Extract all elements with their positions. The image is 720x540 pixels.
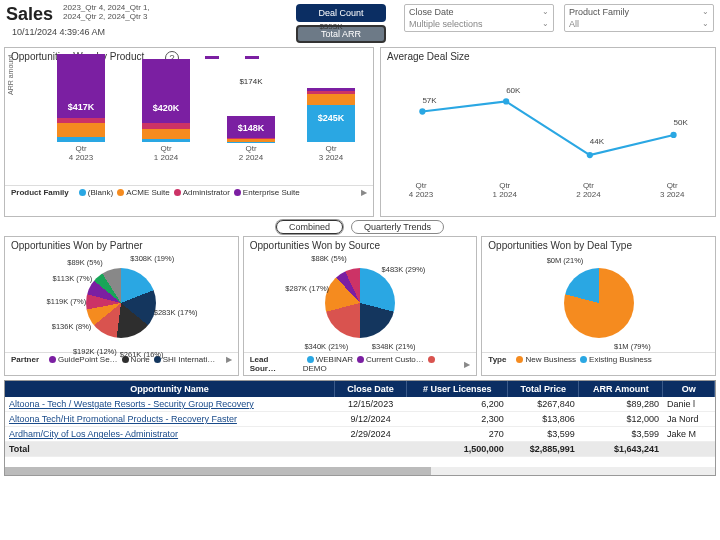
col-close-date[interactable]: Close Date bbox=[334, 381, 406, 397]
chevron-down-icon: ⌄ bbox=[542, 7, 549, 17]
close-date-filter-value: Multiple selections bbox=[409, 19, 483, 29]
dealtype-pie-chart[interactable]: $1M (79%)$0M (21%) bbox=[482, 254, 715, 352]
average-deal-size-panel: Average Deal Size 57K60K44K50KQtr4 2023Q… bbox=[380, 47, 716, 217]
legend-scroll-right-icon[interactable]: ▶ bbox=[464, 360, 470, 369]
product-family-filter-label: Product Family bbox=[569, 7, 629, 17]
chevron-down-icon: ⌄ bbox=[702, 7, 709, 17]
product-legend-label: Product Family bbox=[11, 188, 69, 197]
close-date-filter-label: Close Date bbox=[409, 7, 454, 17]
product-family-filter[interactable]: Product Family⌄ All⌄ bbox=[564, 4, 714, 32]
svg-point-1 bbox=[503, 98, 509, 104]
bar-Qtr-4-2023: $573K$417KQtr4 2023 bbox=[51, 54, 111, 163]
opportunities-by-source-panel: Opportunities Won by Source $483K (29%)$… bbox=[243, 236, 478, 376]
legend-dash-icon bbox=[245, 56, 259, 59]
legend-scroll-right-icon[interactable]: ▶ bbox=[361, 188, 367, 197]
product-family-filter-value: All bbox=[569, 19, 579, 29]
bar-Qtr-3-2024: $353K$245KQtr3 2024 bbox=[301, 88, 361, 163]
average-deal-size-title: Average Deal Size bbox=[381, 48, 715, 65]
opportunities-by-partner-panel: Opportunities Won by Partner $308K (19%)… bbox=[4, 236, 239, 376]
refresh-timestamp: 10/11/2024 4:39:46 AM bbox=[12, 27, 173, 37]
close-date-filter[interactable]: Close Date⌄ Multiple selections⌄ bbox=[404, 4, 554, 32]
table-row[interactable]: Ardham/City of Los Angeles- Administrato… bbox=[5, 427, 715, 442]
tab-combined[interactable]: Combined bbox=[276, 220, 343, 234]
bar-Qtr-1-2024: $544K$420KQtr1 2024 bbox=[136, 59, 196, 163]
col--user-licenses[interactable]: # User Licenses bbox=[407, 381, 508, 397]
opportunities-by-dealtype-title: Opportunities Won by Deal Type bbox=[482, 237, 715, 254]
tab-quarterly-trends[interactable]: Quarterly Trends bbox=[351, 220, 444, 234]
svg-point-2 bbox=[587, 152, 593, 158]
table-row[interactable]: Altoona - Tech / Westgate Resorts - Secu… bbox=[5, 397, 715, 412]
opportunities-by-source-title: Opportunities Won by Source bbox=[244, 237, 477, 254]
source-pie-chart[interactable]: $483K (29%)$348K (21%)$340K (21%)$287K (… bbox=[244, 254, 477, 352]
legend-dash-icon bbox=[205, 56, 219, 59]
col-ow[interactable]: Ow bbox=[663, 381, 715, 397]
partner-pie-chart[interactable]: $308K (19%)$283K (17%)$261K (16%)$192K (… bbox=[5, 254, 238, 352]
table-total-row: Total1,500,000$2,885,991$1,643,241 bbox=[5, 442, 715, 457]
bar-Qtr-2-2024: $174K$148KQtr2 2024 bbox=[221, 116, 281, 163]
col-opportunity-name[interactable]: Opportunity Name bbox=[5, 381, 334, 397]
legend-scroll-right-icon[interactable]: ▶ bbox=[226, 355, 232, 364]
product-legend: Product Family (Blank)ACME SuiteAdminist… bbox=[5, 185, 373, 199]
opportunities-by-partner-title: Opportunities Won by Partner bbox=[5, 237, 238, 254]
opportunities-table[interactable]: Opportunity NameClose Date# User License… bbox=[4, 380, 716, 476]
opportunities-by-product-panel: Opportunities Won by Product ? ARR amoun… bbox=[4, 47, 374, 217]
col-arr-amount[interactable]: ARR Amount bbox=[579, 381, 663, 397]
opportunities-by-product-chart[interactable]: ARR amount $573K$417KQtr4 2023$544K$420K… bbox=[11, 65, 367, 185]
header-left: Sales 2023_Qtr 4, 2024_Qtr 1, 2024_Qtr 2… bbox=[6, 4, 173, 37]
opportunities-by-dealtype-panel: Opportunities Won by Deal Type $1M (79%)… bbox=[481, 236, 716, 376]
deal-count-toggle[interactable]: Deal Count bbox=[296, 4, 386, 22]
period-subtitle: 2023_Qtr 4, 2024_Qtr 1, 2024_Qtr 2, 2024… bbox=[63, 4, 173, 22]
view-tab-group: Combined Quarterly Trends bbox=[0, 220, 720, 234]
chevron-down-icon: ⌄ bbox=[702, 19, 709, 29]
chevron-down-icon: ⌄ bbox=[542, 19, 549, 29]
filter-bar: Close Date⌄ Multiple selections⌄ Product… bbox=[404, 4, 714, 32]
horizontal-scrollbar[interactable] bbox=[5, 467, 715, 475]
col-total-price[interactable]: Total Price bbox=[508, 381, 579, 397]
svg-point-0 bbox=[419, 108, 425, 114]
y-axis-label: ARR amount bbox=[7, 55, 14, 95]
average-deal-size-chart[interactable]: 57K60K44K50KQtr4 2023Qtr1 2024Qtr2 2024Q… bbox=[391, 69, 705, 199]
source-legend: Lead Sour…WEBINARCurrent Custo…DEMO▶ bbox=[244, 352, 477, 375]
page-title: Sales bbox=[6, 4, 53, 25]
svg-point-3 bbox=[670, 132, 676, 138]
table-row[interactable]: Altoona Tech/Hit Promotional Products - … bbox=[5, 412, 715, 427]
dealtype-legend: TypeNew BusinessExisting Business bbox=[482, 352, 715, 366]
